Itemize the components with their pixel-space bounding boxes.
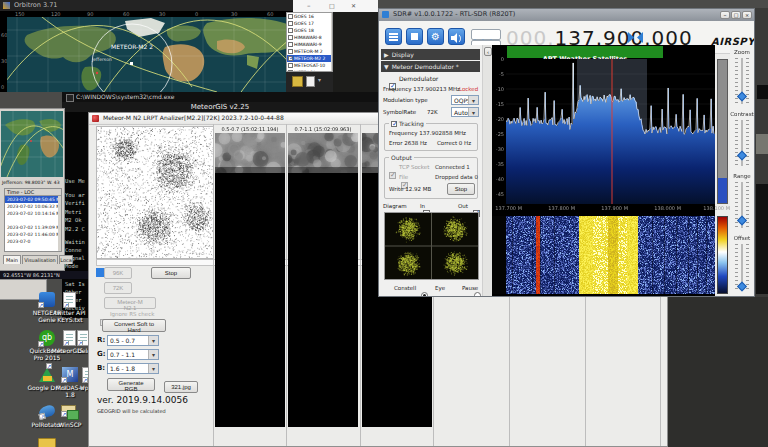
minimize-icon[interactable]: – — [307, 2, 311, 10]
band-banner[interactable]: APT Weather Satellites — [507, 46, 663, 58]
sdr-title: SDR# v1.0.0.1722 - RTL-SDR (R820T) — [393, 10, 515, 18]
satellite-list-item[interactable]: HIMAWARI-9 — [287, 41, 331, 48]
tab-visualisation[interactable]: Visualisation — [22, 255, 58, 264]
orbitron-world-map[interactable] — [7, 17, 333, 92]
cmd-icon — [66, 94, 74, 102]
meteorgis-titlebar[interactable]: MeteorGIS v2.25 — [62, 102, 378, 112]
pass-table-header[interactable]: Time - LOC — [5, 189, 62, 196]
slider-offset[interactable] — [738, 244, 746, 290]
slider-ticks — [735, 244, 738, 290]
close-button[interactable]: × — [742, 11, 752, 19]
orbitron-titlebar[interactable]: Orbitron 3.71 — [0, 0, 336, 11]
table-row[interactable]: 2023-07-0 — [5, 238, 60, 245]
tracking-label: Tracking — [399, 120, 424, 127]
waterfall-display[interactable] — [492, 216, 715, 294]
map-station-label: Jefferson — [92, 57, 112, 62]
spectrum-scrollbar[interactable] — [717, 59, 728, 204]
winscp-icon2 — [67, 410, 79, 420]
desktop-icon-label: twitter API KEYS.txt — [50, 309, 90, 323]
satellite-checkbox[interactable] — [288, 56, 293, 61]
document-icon[interactable] — [306, 76, 315, 87]
satellite-checkbox[interactable] — [288, 28, 293, 33]
station-coordinates: Jefferson: 98.8003° W. 43 — [2, 180, 60, 185]
coords-titlebar[interactable]: 92.4551°W 86.2131°N — [0, 271, 95, 279]
scrollbar-thumb[interactable] — [718, 178, 727, 203]
desktop-icon-winscp[interactable]: ↗WinSCP — [53, 404, 87, 438]
tune-step-icon[interactable] — [628, 32, 643, 43]
satellite-list-item[interactable]: GOES 17 — [287, 20, 331, 27]
tracking-checkbox[interactable] — [391, 121, 397, 127]
slider-label-zoom: Zoom — [730, 49, 754, 55]
strip-image — [288, 133, 358, 173]
scrollbar[interactable] — [58, 196, 61, 252]
slider-ticks — [735, 120, 738, 166]
satellite-checkbox[interactable] — [288, 14, 293, 19]
scope-icon[interactable] — [471, 29, 501, 40]
symbolrate-select[interactable]: Auto — [451, 107, 479, 117]
minimize-button[interactable]: – — [720, 11, 730, 19]
frequency-axis: 137.700 M137.800 M137.900 M138.000 M138.… — [492, 204, 715, 214]
eye-radio[interactable] — [474, 292, 481, 297]
table-row[interactable]: 2023-07-02 10:14:16 M — [5, 210, 60, 217]
db-tick-label: -30 — [496, 146, 504, 152]
desktop-icon-twitter-api-keys[interactable]: ↗twitter API KEYS.txt — [53, 292, 87, 326]
slider-ticks — [746, 182, 749, 228]
volume-button[interactable] — [448, 28, 465, 45]
scrollbar-collapse-button[interactable]: ‹ — [484, 47, 492, 56]
cmd-titlebar[interactable]: C:\WINDOWS\system32\cmd.exe — [62, 92, 378, 102]
satellite-checkbox[interactable] — [288, 63, 293, 68]
modulation-select[interactable]: OQPSK — [451, 95, 479, 105]
sdr-titlebar[interactable]: SDR# v1.0.0.1722 - RTL-SDR (R820T) – □ × — [379, 9, 754, 21]
table-row[interactable]: 2023-07-02 10:06:32 M — [5, 203, 60, 210]
satellite-list-item[interactable]: GOES 16 — [287, 13, 331, 20]
menu-button[interactable] — [385, 28, 402, 45]
satellite-list-item[interactable]: METEOR-M2 2 — [287, 55, 331, 62]
background-window-fragment — [757, 85, 768, 99]
satellite-checkbox[interactable] — [288, 35, 293, 40]
console-line: Conne — [65, 247, 82, 253]
table-row[interactable]: 2023-07-02 09:50:45 M — [5, 196, 60, 203]
table-row[interactable]: 2023-07-02 11:39:09 M — [5, 224, 60, 231]
folder-icon[interactable] — [292, 76, 303, 87]
spectrum-display[interactable] — [492, 59, 715, 204]
satellite-list-item[interactable]: GOES 18 — [287, 27, 331, 34]
slider-range[interactable] — [738, 182, 746, 228]
tcp-socket-checkbox[interactable] — [389, 172, 396, 179]
dropdown-arrow-icon[interactable]: ▾ — [318, 76, 321, 83]
tab-loca[interactable]: Loca — [59, 255, 73, 264]
stop-play-button[interactable] — [406, 28, 423, 45]
eye-label: Eye — [435, 285, 445, 291]
satellite-list-item[interactable]: HIMAWARI-8 — [287, 34, 331, 41]
panel-scrollbar[interactable]: ‹ — [482, 45, 492, 296]
maximize-button[interactable]: □ — [731, 11, 741, 19]
strip-header: 0.7-1.1 (15:02:09.963) — [288, 126, 358, 132]
console-line: You ar — [65, 192, 85, 198]
console-line: Verifi — [65, 200, 85, 206]
orbitron-icon — [3, 2, 10, 9]
db-tick-label: -35 — [496, 161, 504, 167]
slider-label-range: Range — [730, 173, 754, 179]
pass-table[interactable]: Time - LOC 2023-07-02 09:50:45 M2023-07-… — [4, 188, 62, 252]
satellite-list[interactable]: GOES 16GOES 17GOES 18HIMAWARI-8HIMAWARI-… — [286, 12, 333, 72]
satellite-list-item[interactable]: METEOSAT-10 (MSG-3) — [287, 62, 331, 69]
console-line: Waitin — [65, 239, 85, 245]
table-row[interactable]: 2023-07-02 11:46:00 M — [5, 231, 60, 238]
slider-contrast[interactable] — [738, 120, 746, 166]
demod-panel-header[interactable]: ▼Meteor Demodulator * — [381, 61, 480, 72]
tab-main[interactable]: Main — [3, 255, 21, 264]
slider-zoom[interactable] — [738, 58, 746, 104]
satellite-checkbox[interactable] — [288, 21, 293, 26]
twitter-api-keys-icon: ↗ — [63, 292, 76, 308]
meteorgis-mini-map[interactable] — [1, 111, 63, 177]
write-stop-button[interactable]: Stop — [447, 183, 475, 195]
close-icon[interactable]: ✕ — [351, 2, 356, 9]
desktop-strip-right — [755, 8, 768, 297]
settings-button[interactable]: ⚙ — [427, 28, 444, 45]
constell-radio[interactable] — [421, 292, 428, 297]
display-panel-header[interactable]: ▶Display — [381, 49, 480, 60]
tracking-error: Error 2638 Hz — [389, 140, 427, 146]
folder-icon[interactable] — [38, 438, 56, 447]
maximize-icon[interactable]: □ — [329, 2, 335, 9]
satellite-checkbox[interactable] — [288, 42, 293, 47]
background-window — [333, 12, 378, 92]
